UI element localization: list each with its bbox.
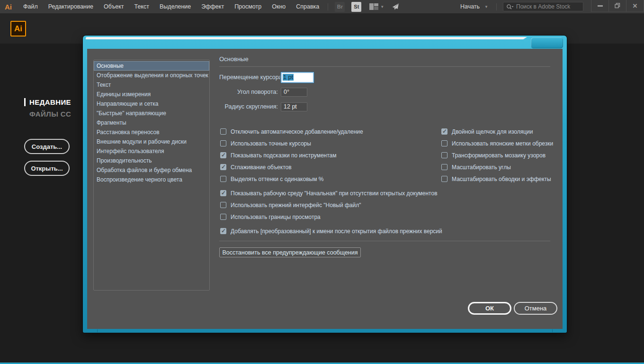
option-row: Использовать точные курсоры xyxy=(220,137,442,149)
footer-divider xyxy=(219,241,550,241)
category-item[interactable]: Интерфейс пользователя xyxy=(94,146,209,156)
category-item[interactable]: Воспроизведение черного цвета xyxy=(94,175,209,184)
category-item[interactable]: Единицы измерения xyxy=(94,90,209,99)
cancel-button[interactable]: Отмена xyxy=(514,302,557,315)
dialog-content: ОсновныеОтображение выделения и опорных … xyxy=(87,49,563,329)
selected-text: 1 pt xyxy=(283,74,294,81)
checkbox-label: Двойной щелчок для изоляции xyxy=(452,128,533,135)
field-input[interactable]: 12 pt xyxy=(281,102,307,111)
field-label: Перемещение курсора: xyxy=(219,74,281,81)
checkbox[interactable] xyxy=(220,176,226,182)
option-row: Масштабировать углы xyxy=(441,161,553,173)
category-item[interactable]: Фрагменты xyxy=(94,118,209,127)
app-logo-text: Ai xyxy=(5,3,12,11)
window-controls: ✕ xyxy=(591,0,644,12)
frame-notch-right xyxy=(552,329,553,332)
sidebar-item-recent[interactable]: НЕДАВНИЕ xyxy=(29,98,71,106)
close-button[interactable]: ✕ xyxy=(626,0,644,12)
menu-текст[interactable]: Текст xyxy=(129,0,154,13)
menu-эффект[interactable]: Эффект xyxy=(196,0,229,13)
option-row: Отключить автоматическое добавление/удал… xyxy=(220,126,442,137)
workspace-layout-icon[interactable] xyxy=(369,3,378,10)
reset-warnings-button[interactable]: Восстановить все предупреждающие сообщен… xyxy=(219,247,361,257)
stock-search-input[interactable]: Поиск в Adobe Stock xyxy=(503,2,583,11)
category-item[interactable]: Направляющие и сетка xyxy=(94,99,209,109)
category-item[interactable]: Основные xyxy=(94,61,209,71)
checkbox-label: Использовать точные курсоры xyxy=(231,140,311,147)
section-title: Основные xyxy=(219,55,249,63)
checkbox-label: Показывать рабочую среду "Начальная" при… xyxy=(231,190,438,197)
option-row: Показывать рабочую среду "Начальная" при… xyxy=(220,187,442,199)
close-icon: ✕ xyxy=(633,2,638,9)
option-row: Показывать подсказки по инструментам xyxy=(220,149,442,161)
checkbox[interactable] xyxy=(220,140,226,146)
dialog-titlebar-stripe xyxy=(86,37,527,39)
minimize-button[interactable] xyxy=(591,0,609,12)
checkbox-label: Выделять оттенки с одинаковым % xyxy=(231,176,323,182)
checkbox[interactable] xyxy=(220,128,226,135)
menu-просмотр[interactable]: Просмотр xyxy=(229,0,267,13)
checkbox[interactable] xyxy=(441,152,447,158)
frame-notch-left xyxy=(97,329,98,332)
options-column-right: Двойной щелчок для изоляцииИспользовать … xyxy=(441,126,553,185)
menu-выделение[interactable]: Выделение xyxy=(154,0,196,13)
category-item[interactable]: Внешние модули и рабочие диски xyxy=(94,137,209,146)
checkbox-label: Использовать прежний интерфейс "Новый фа… xyxy=(231,202,361,209)
field-input[interactable]: 0° xyxy=(281,88,307,97)
share-rocket-icon[interactable] xyxy=(392,3,400,10)
menu-separator xyxy=(328,3,328,10)
category-item[interactable]: "Быстрые" направляющие xyxy=(94,109,209,118)
ok-button[interactable]: ОК xyxy=(468,302,511,315)
stock-icon[interactable]: St xyxy=(351,2,361,12)
active-nav-indicator xyxy=(24,98,26,106)
checkbox-label: Показывать подсказки по инструментам xyxy=(231,152,337,159)
checkbox[interactable] xyxy=(220,164,226,170)
menu-файл[interactable]: Файл xyxy=(18,0,43,13)
menu-редактирование[interactable]: Редактирование xyxy=(43,0,98,13)
option-row: Двойной щелчок для изоляции xyxy=(441,126,553,137)
checkbox[interactable] xyxy=(220,190,226,196)
sidebar-item-cc-files[interactable]: ФАЙЛЫ CC xyxy=(29,110,71,118)
checkbox[interactable] xyxy=(441,176,447,182)
open-button[interactable]: Открыть... xyxy=(24,161,70,176)
create-button[interactable]: Создать... xyxy=(24,139,70,154)
field-row: Радиус скругления:12 pt xyxy=(219,101,307,112)
option-row: Выделять оттенки с одинаковым % xyxy=(220,173,442,185)
category-item[interactable]: Текст xyxy=(94,80,209,90)
checkbox-label: Использовать границы просмотра xyxy=(231,214,321,220)
option-row: Масштабировать обводки и эффекты xyxy=(441,173,553,185)
workspace-chevron-down-icon[interactable]: ▼ xyxy=(380,5,384,9)
checkbox-label: Сглаживание объектов xyxy=(231,164,292,171)
menu-объект[interactable]: Объект xyxy=(98,0,129,13)
start-dropdown[interactable]: Начать ▼ xyxy=(456,3,493,10)
menu-bar: Ai ФайлРедактированиеОбъектТекстВыделени… xyxy=(0,0,644,13)
dialog-titlebar-button-area[interactable] xyxy=(531,37,563,48)
category-item[interactable]: Отображение выделения и опорных точек xyxy=(94,71,209,80)
option-row: Использовать японские метки обрезки xyxy=(441,137,553,149)
checkbox[interactable] xyxy=(441,164,447,170)
checkbox[interactable] xyxy=(220,202,226,208)
start-label: Начать xyxy=(460,3,480,10)
option-row: Использовать границы просмотра xyxy=(220,211,442,223)
option-row: Использовать прежний интерфейс "Новый фа… xyxy=(220,199,442,211)
category-item[interactable]: Обработка файлов и буфер обмена xyxy=(94,165,209,175)
menu-справка[interactable]: Справка xyxy=(291,0,324,13)
option-row: Добавлять [преобразованный] к имени посл… xyxy=(220,225,442,237)
field-input[interactable]: 1 pt xyxy=(281,72,314,83)
menu-окно[interactable]: Окно xyxy=(267,0,291,13)
checkbox[interactable] xyxy=(220,214,226,220)
checkbox[interactable] xyxy=(441,140,447,146)
field-label: Угол поворота: xyxy=(219,89,281,95)
restore-icon xyxy=(615,3,620,9)
field-row: Перемещение курсора:1 pt xyxy=(219,72,314,83)
category-item[interactable]: Расстановка переносов xyxy=(94,127,209,137)
checkbox[interactable] xyxy=(441,128,447,135)
preferences-dialog: ОсновныеОтображение выделения и опорных … xyxy=(83,36,567,333)
checkbox-label: Добавлять [преобразованный] к имени посл… xyxy=(231,228,442,235)
bridge-icon[interactable]: Br xyxy=(335,2,345,12)
checkbox[interactable] xyxy=(220,228,226,234)
category-item[interactable]: Производительность xyxy=(94,156,209,165)
checkbox-label: Отключить автоматическое добавление/удал… xyxy=(231,128,363,135)
restore-button[interactable] xyxy=(609,0,626,12)
checkbox[interactable] xyxy=(220,152,226,158)
